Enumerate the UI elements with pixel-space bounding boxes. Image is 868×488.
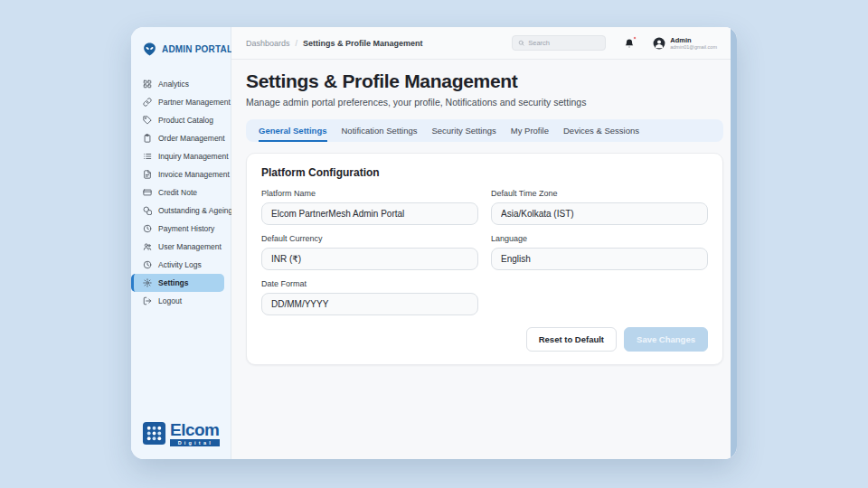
brand-name: ADMIN PORTAL [162, 44, 232, 54]
sidebar-item-label: User Management [158, 242, 222, 251]
gear-icon [143, 278, 152, 287]
sidebar-item-label: Inquiry Management [158, 152, 229, 161]
sidebar-item-credit-note[interactable]: Credit Note [131, 183, 231, 202]
tab-my-profile[interactable]: My Profile [511, 119, 549, 142]
sidebar-item-label: Product Catalog [158, 116, 213, 125]
platform-form: Platform Name Default Time Zone Default … [261, 189, 708, 315]
elcom-footer-logo: Elcom Digital [131, 421, 231, 459]
sidebar-item-partner-management[interactable]: Partner Management [131, 93, 231, 111]
avatar-icon [653, 37, 665, 50]
tab-devices-sessions[interactable]: Devices & Sessions [563, 119, 639, 142]
field-label: Platform Name [261, 189, 478, 198]
breadcrumb-current: Settings & Profile Management [303, 39, 423, 48]
sidebar-item-invoice-management[interactable]: Invoice Management [131, 165, 231, 183]
tab-notification-settings[interactable]: Notification Settings [342, 119, 418, 142]
field-language: Language [491, 234, 708, 270]
breadcrumb-separator: / [296, 39, 298, 48]
user-menu[interactable]: Admin admin01@gmail.com [653, 36, 717, 51]
field-default-currency: Default Currency [261, 234, 478, 270]
sidebar-item-settings[interactable]: Settings [131, 274, 224, 292]
users-icon [143, 242, 152, 251]
breadcrumb-root[interactable]: Dashboards [246, 39, 290, 48]
breadcrumb: Dashboards / Settings & Profile Manageme… [246, 39, 423, 48]
sidebar-item-label: Order Management [158, 134, 225, 143]
tag-icon [143, 116, 152, 125]
grid-icon [143, 80, 152, 89]
search-box[interactable] [512, 35, 606, 51]
main-area: Dashboards / Settings & Profile Manageme… [231, 27, 737, 459]
sidebar-item-label: Settings [158, 278, 189, 287]
card-heading: Platform Configuration [261, 166, 708, 179]
history-icon [143, 224, 152, 233]
search-input[interactable] [528, 39, 599, 47]
sidebar-item-label: Payment History [158, 224, 214, 233]
sidebar-item-product-catalog[interactable]: Product Catalog [131, 111, 231, 129]
sidebar-item-label: Outstanding & Ageing [158, 206, 232, 215]
default-currency-input[interactable] [261, 248, 478, 270]
sidebar-item-label: Invoice Management [158, 170, 230, 179]
sidebar-item-activity-logs[interactable]: Activity Logs [131, 256, 231, 274]
logout-icon [143, 296, 152, 305]
default-timezone-input[interactable] [491, 202, 708, 225]
alien-logo-icon [142, 42, 157, 57]
sidebar-item-inquiry-management[interactable]: Inquiry Management [131, 147, 231, 165]
elcom-mark-icon [142, 421, 166, 446]
list-icon [143, 152, 152, 161]
notifications-button[interactable] [624, 38, 635, 49]
sidebar-item-logout[interactable]: Logout [131, 292, 231, 310]
notification-badge [633, 36, 637, 41]
sidebar: ADMIN PORTAL Analytics Partner Managemen… [131, 27, 231, 459]
tab-general-settings[interactable]: General Settings [259, 119, 327, 142]
sidebar-item-label: Activity Logs [158, 260, 202, 269]
save-changes-button[interactable]: Save Changes [624, 327, 708, 352]
clipboard-icon [143, 134, 152, 143]
sidebar-menu: Analytics Partner Management Product Cat… [131, 75, 231, 310]
sidebar-item-analytics[interactable]: Analytics [131, 75, 231, 93]
settings-tabs: General SettingsNotification SettingsSec… [246, 119, 723, 142]
field-label: Default Currency [261, 234, 478, 243]
sidebar-item-label: Logout [158, 296, 182, 305]
card-icon [143, 188, 152, 197]
platform-configuration-card: Platform Configuration Platform Name Def… [246, 153, 723, 365]
sidebar-item-outstanding-ageing[interactable]: Outstanding & Ageing [131, 202, 231, 220]
sidebar-item-payment-history[interactable]: Payment History [131, 220, 231, 238]
elcom-name: Elcom [170, 421, 220, 438]
field-label: Language [491, 234, 708, 243]
sidebar-item-label: Credit Note [158, 188, 197, 197]
user-email: admin01@gmail.com [670, 44, 717, 51]
platform-name-input[interactable] [261, 202, 478, 225]
page-subtitle: Manage admin portal preferences, your pr… [246, 97, 723, 108]
vertical-scrollbar[interactable] [731, 27, 737, 459]
page-content: Settings & Profile Management Manage adm… [231, 60, 737, 365]
tab-security-settings[interactable]: Security Settings [431, 119, 495, 142]
language-input[interactable] [491, 248, 708, 270]
date-format-input[interactable] [261, 293, 478, 315]
sidebar-item-user-management[interactable]: User Management [131, 238, 231, 256]
sidebar-item-label: Analytics [158, 80, 189, 89]
sidebar-item-label: Partner Management [158, 98, 231, 107]
field-label: Default Time Zone [491, 189, 708, 198]
brand-logo[interactable]: ADMIN PORTAL [131, 27, 231, 57]
app-window: ADMIN PORTAL Analytics Partner Managemen… [131, 27, 737, 459]
page-title: Settings & Profile Management [246, 70, 723, 92]
reset-to-default-button[interactable]: Reset to Default [526, 327, 617, 352]
field-platform-name: Platform Name [261, 189, 478, 225]
field-default-timezone: Default Time Zone [491, 189, 708, 225]
topbar: Dashboards / Settings & Profile Manageme… [231, 27, 737, 60]
field-label: Date Format [261, 279, 478, 288]
link-icon [143, 98, 152, 107]
sidebar-item-order-management[interactable]: Order Management [131, 129, 231, 147]
clock-icon [143, 260, 152, 269]
search-icon [518, 40, 524, 46]
user-name: Admin [670, 36, 717, 44]
file-icon [143, 170, 152, 179]
coins-icon [143, 206, 152, 215]
elcom-tagline: Digital [170, 439, 220, 446]
field-date-format: Date Format [261, 279, 478, 315]
